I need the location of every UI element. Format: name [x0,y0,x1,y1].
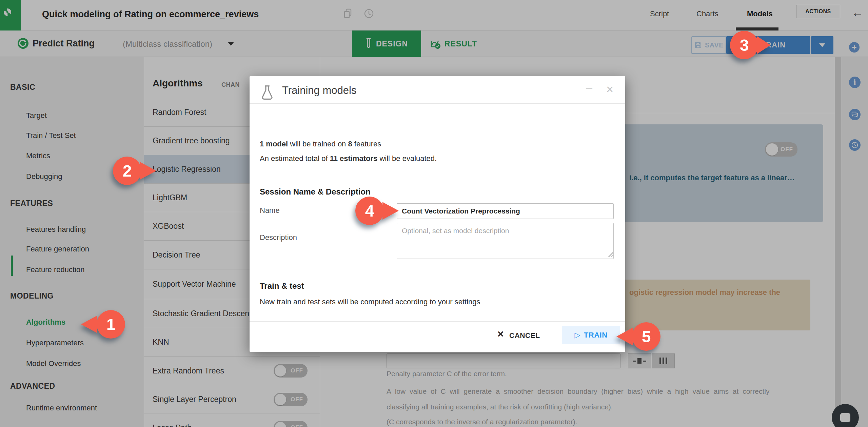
step-badge-3: 3 [730,31,775,59]
play-icon: ▷ [574,331,580,340]
app-window: Quick modeling of Rating on ecommerce_re… [0,0,868,427]
cancel-x-icon: × [497,328,504,340]
modal-train-label: TRAIN [584,331,608,340]
modal-footer-divider [250,321,625,322]
cancel-button[interactable]: CANCEL [509,331,540,340]
step-badge-4: 4 [355,197,400,225]
flask-icon [261,85,273,101]
close-icon[interactable]: × [606,82,613,97]
description-label: Description [260,233,297,242]
session-section-title: Session Name & Description [260,187,371,197]
train-test-section-title: Train & test [260,281,304,291]
summary-line-1: 1 model will be trained on 8 features [260,140,381,148]
modal-title: Training models [282,84,356,97]
modal-header-divider [250,103,625,104]
name-label: Name [260,206,280,215]
training-models-modal: Training models – × 1 model will be trai… [250,76,625,352]
summary-line-2: An estimated total of 11 estimators will… [260,154,437,163]
minimize-icon[interactable]: – [586,81,592,94]
modal-train-button[interactable]: ▷ TRAIN [562,326,620,344]
train-test-text: New train and test sets will be computed… [260,298,480,306]
step-badge-1: 1 [81,310,126,339]
session-name-input[interactable] [397,203,614,219]
session-description-textarea[interactable] [397,223,614,259]
step-badge-2: 2 [113,157,158,185]
step-badge-5: 5 [616,322,661,351]
